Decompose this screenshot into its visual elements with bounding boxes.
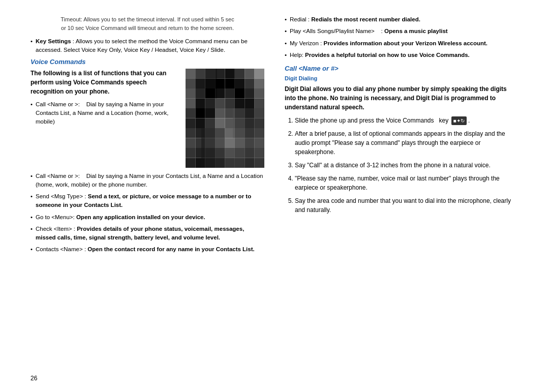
digit-dialing-sub: Digit Dialing	[285, 75, 518, 81]
bullet-help: Help: Provides a helpful tutorial on how…	[285, 51, 518, 59]
key-icon: ■✦↻	[451, 116, 467, 125]
intro-text: The following is a list of functions tha…	[30, 69, 180, 96]
bullet-check: Check <Item> : Provides details of your …	[30, 225, 264, 243]
digit-dial-intro: Digit Dial allows you to dial any phone …	[285, 84, 518, 112]
bullet-redial: Redial : Redials the most recent number …	[285, 15, 518, 24]
page-container: Timeout: Allows you to set the timeout i…	[0, 0, 549, 392]
bullet-call-cont: Call <Name or >: Dial by saying a Name i…	[30, 172, 264, 190]
bullet-send: Send <Msg Type> : Send a text, or pictur…	[30, 192, 264, 210]
step-2: After a brief pause, a list of optional …	[295, 129, 518, 157]
step-1: Slide the phone up and press the Voice C…	[295, 116, 518, 125]
top-section: Timeout: Allows you to set the timeout i…	[30, 15, 518, 257]
left-column: Timeout: Allows you to set the timeout i…	[30, 15, 264, 257]
bullets-list: Call <Name or >: Dial by saying a Name i…	[30, 172, 264, 254]
bullet-go-to: Go to <Menu>: Open any application insta…	[30, 213, 264, 222]
step-5: Say the area code and number that you wa…	[295, 196, 518, 215]
right-column: Redial : Redials the most recent number …	[285, 15, 518, 257]
step-4: "Please say the name, number, voice mail…	[295, 174, 518, 192]
content-with-image: The following is a list of functions tha…	[30, 69, 264, 168]
call-heading: Call <Name or #>	[285, 65, 518, 72]
voice-commands-heading: Voice Commands	[30, 58, 264, 66]
bullet-my-verizon: My Verizon : Provides information about …	[285, 39, 518, 48]
bullet-play: Play <Alls Songs/Playlist Name> : Opens …	[285, 27, 518, 36]
timeout-text: Timeout: Allows you to set the timeout i…	[30, 15, 264, 32]
numbered-steps-list: Slide the phone up and press the Voice C…	[295, 116, 518, 215]
text-portion: The following is a list of functions tha…	[30, 69, 180, 168]
phone-image	[186, 69, 264, 168]
bullet-call: Call <Name or >: Dial by saying a Name i…	[30, 100, 180, 127]
page-number: 26	[30, 375, 37, 382]
key-settings-bullet: Key Settings : Allows you to select the …	[30, 37, 264, 55]
step-3: Say "Call" at a distance of 3-12 inches …	[295, 161, 518, 170]
bullet-contacts: Contacts <Name> : Open the contact recor…	[30, 245, 264, 254]
